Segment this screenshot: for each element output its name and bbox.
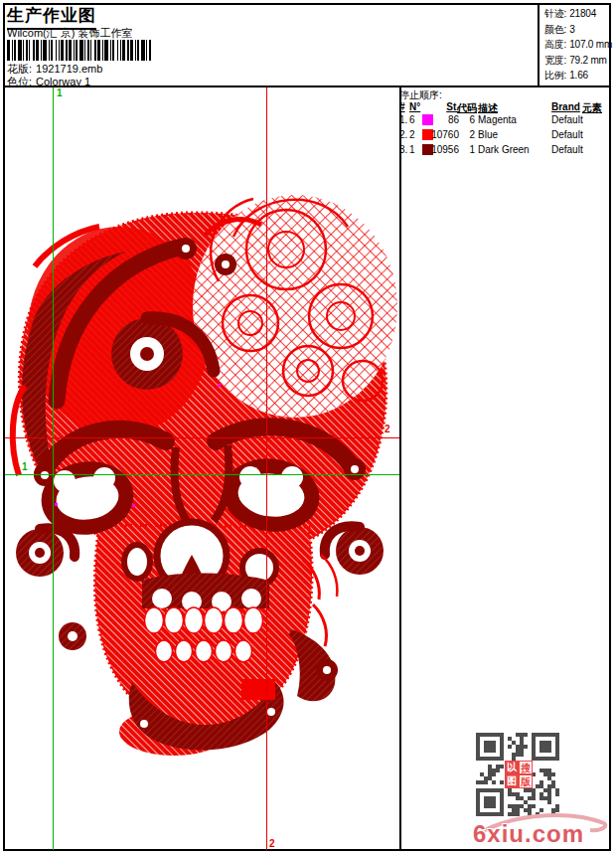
stat-height: 高度:107.0 mm <box>544 37 616 53</box>
stat-scale: 比例:1.66 <box>544 68 616 84</box>
stat-width: 宽度:79.2 mm <box>544 53 616 69</box>
colorway-value: Colorway 1 <box>36 76 90 87</box>
start-guide-label-left: 1 <box>22 462 28 472</box>
pattern-label: 花版: <box>7 63 32 75</box>
embroidery-design-preview <box>5 87 399 849</box>
stop-table-row: 2. 2 10760 2 Blue Default <box>397 129 612 142</box>
stop-sequence-table: 停止顺序: # N° St. 代码 描述 Brand 元素 1. 6 86 6 … <box>397 87 612 159</box>
stop-table-row: 3. 1 10956 1 Dark Green Default <box>397 144 612 157</box>
stop-table-row: 1. 6 86 6 Magenta Default <box>397 114 612 127</box>
col-element: 元素 <box>582 101 602 115</box>
end-guide-label-bottom: 2 <box>269 839 275 849</box>
production-worksheet-page: 生产作业图 Wilcom(汇 京) 装饰工作室 花版:1921719.emb 色… <box>0 0 616 855</box>
watermark-text: 6xiu.com <box>473 820 584 848</box>
col-code: 代码 <box>457 101 477 115</box>
colorway-label: 色位: <box>7 76 32 87</box>
col-brand: Brand <box>551 101 580 112</box>
qr-code: 以 搜 图 版 <box>476 733 561 818</box>
table-divider-line <box>399 87 401 849</box>
design-stats-box: 针迹:21804 颜色:3 高度:107.0 mm 宽度:79.2 mm 比例:… <box>538 4 616 87</box>
qr-center-stamp: 以 搜 图 版 <box>505 761 533 788</box>
stat-stitches: 针迹:21804 <box>544 6 616 22</box>
pattern-value: 1921719.emb <box>36 63 102 75</box>
start-guide-vertical-line <box>53 87 54 850</box>
col-desc: 描述 <box>478 101 498 115</box>
end-guide-horizontal-line <box>5 437 399 438</box>
stop-table-title: 停止顺序: <box>399 88 442 102</box>
site-watermark: 6xiu.com <box>465 807 614 851</box>
col-needle: N° <box>409 101 420 112</box>
start-guide-label-top: 1 <box>57 88 63 98</box>
end-guide-label-right: 2 <box>385 425 390 434</box>
col-st: St. <box>423 101 459 112</box>
stat-colors: 颜色:3 <box>544 22 616 38</box>
col-stop: # <box>399 101 405 112</box>
end-guide-vertical-line <box>266 87 267 850</box>
studio-name: Wilcom(汇 京) 装饰工作室 <box>7 26 133 41</box>
start-guide-horizontal-line <box>5 474 399 475</box>
